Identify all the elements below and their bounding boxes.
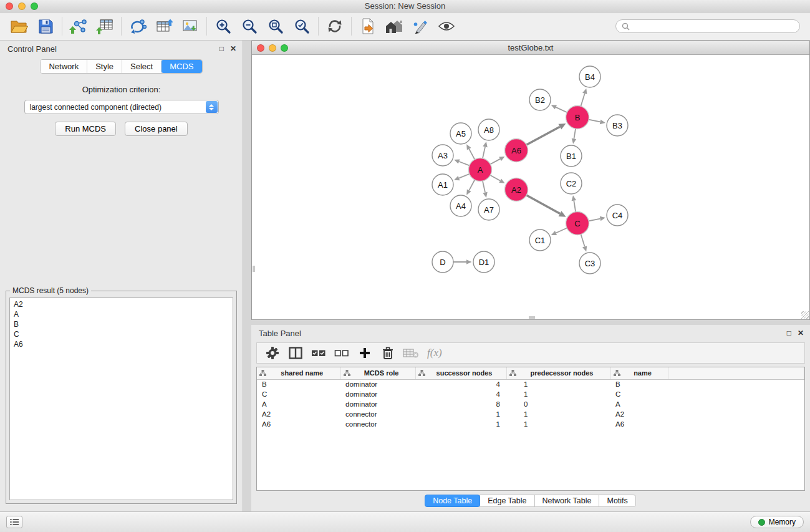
refresh-layout-button[interactable] (322, 15, 348, 37)
tab-style[interactable]: Style (87, 60, 122, 73)
zoom-network-window-button[interactable] (281, 44, 288, 52)
search-field[interactable] (615, 19, 800, 33)
tab-mcds[interactable]: MCDS (162, 60, 201, 73)
save-session-button[interactable] (32, 15, 59, 37)
import-network-button[interactable] (65, 15, 92, 37)
table-row[interactable]: Adominator 80 A (257, 399, 804, 409)
column-layout-button[interactable] (286, 344, 305, 362)
column-header-successor-nodes[interactable]: successor nodes (415, 367, 506, 379)
close-panel-icon[interactable]: ✕ (230, 44, 236, 53)
column-header-shared-name[interactable]: shared name (257, 367, 340, 379)
gear-icon (266, 346, 279, 360)
graph-node-A6[interactable]: A6 (505, 139, 528, 162)
deselect-all-rows-button[interactable] (332, 344, 351, 362)
delete-row-button[interactable] (378, 344, 397, 362)
svg-text:B: B (575, 113, 581, 122)
zoom-fit-button[interactable] (263, 15, 289, 37)
column-header-mcds-role[interactable]: MCDS role (340, 367, 415, 379)
close-window-button[interactable] (6, 2, 13, 10)
search-input[interactable] (634, 22, 794, 31)
home-button[interactable] (381, 15, 407, 37)
graph-node-C4[interactable]: C4 (607, 205, 628, 226)
float-panel-icon[interactable]: □ (219, 44, 224, 53)
column-header-name[interactable]: name (610, 367, 668, 379)
table-settings-button[interactable] (263, 344, 282, 362)
function-builder-button[interactable]: f(x) (425, 347, 442, 359)
graph-node-A1[interactable]: A1 (432, 174, 453, 195)
export-table-button[interactable] (151, 15, 177, 37)
graph-node-A8[interactable]: A8 (478, 119, 499, 140)
zoom-in-button[interactable] (210, 15, 236, 37)
minimize-network-window-button[interactable] (269, 44, 276, 52)
close-network-window-button[interactable] (257, 44, 264, 52)
graph-node-A[interactable]: A (469, 158, 492, 181)
tab-network[interactable]: Network (41, 60, 87, 73)
tab-node-table[interactable]: Node Table (425, 495, 480, 507)
table-row[interactable]: Bdominator 41 B (257, 379, 804, 389)
svg-text:A6: A6 (511, 146, 521, 155)
mcds-result-list[interactable]: A2 A B C A6 (9, 297, 233, 500)
mcds-result-item[interactable]: A2 (14, 299, 229, 309)
graph-node-C[interactable]: C (566, 212, 589, 235)
canvas-scroll-mark (529, 316, 535, 319)
memory-button[interactable]: Memory (750, 516, 804, 528)
zoom-window-button[interactable] (31, 2, 38, 10)
optimization-dropdown[interactable]: largest connected component (directed) (24, 100, 219, 114)
control-panel: Control Panel □ ✕ Network Style Select M… (0, 41, 243, 511)
select-all-rows-button[interactable] (309, 344, 328, 362)
graph-node-C1[interactable]: C1 (529, 230, 551, 251)
refresh-icon (327, 19, 343, 34)
tab-network-table[interactable]: Network Table (534, 495, 600, 507)
column-header-predecessor-nodes[interactable]: predecessor nodes (506, 367, 610, 379)
control-panel-tabs: Network Style Select MCDS (40, 59, 202, 74)
mcds-result-item[interactable]: B (14, 319, 229, 329)
graph-node-D1[interactable]: D1 (473, 251, 494, 273)
style-brush-button[interactable] (407, 15, 433, 37)
tab-edge-table[interactable]: Edge Table (480, 495, 534, 507)
export-image-button[interactable] (177, 15, 203, 37)
close-panel-button[interactable]: Close panel (125, 122, 188, 136)
tab-select[interactable]: Select (122, 60, 162, 73)
mcds-result-item[interactable]: A (14, 309, 229, 319)
graph-node-C3[interactable]: C3 (579, 253, 600, 274)
task-history-button[interactable] (6, 516, 22, 528)
eye-button[interactable] (433, 15, 460, 37)
import-table-button[interactable] (92, 15, 118, 37)
column-type-icon (614, 370, 620, 376)
tab-motifs[interactable]: Motifs (599, 495, 635, 507)
network-canvas[interactable]: B4B2BB3A5A8A6B1A3AC2A1A2A4A7C4CC1C3DD1 (252, 55, 809, 319)
graph-node-A4[interactable]: A4 (450, 195, 471, 216)
close-table-panel-icon[interactable]: ✕ (798, 329, 804, 337)
float-table-panel-icon[interactable]: □ (787, 329, 791, 337)
run-mcds-button[interactable]: Run MCDS (55, 122, 116, 136)
table-row[interactable]: A6connector 11 A6 (257, 419, 804, 429)
graph-node-B1[interactable]: B1 (561, 145, 582, 167)
svg-text:B1: B1 (566, 152, 576, 161)
graph-node-B[interactable]: B (566, 106, 589, 129)
document-arrow-button[interactable] (355, 15, 381, 37)
graph-node-A3[interactable]: A3 (432, 145, 453, 166)
delete-table-button[interactable] (402, 344, 420, 362)
table-row[interactable]: Cdominator 41 C (257, 389, 804, 399)
minimize-window-button[interactable] (18, 2, 26, 10)
graph-node-A2[interactable]: A2 (505, 178, 528, 201)
open-session-button[interactable] (6, 15, 32, 37)
graph-node-C2[interactable]: C2 (561, 173, 582, 194)
window-resize-handle[interactable] (801, 311, 809, 319)
mcds-result-item[interactable]: A6 (14, 339, 229, 349)
add-row-button[interactable] (355, 344, 374, 362)
network-graph[interactable]: B4B2BB3A5A8A6B1A3AC2A1A2A4A7C4CC1C3DD1 (252, 55, 809, 319)
zoom-out-button[interactable] (236, 15, 263, 37)
graph-node-D[interactable]: D (432, 251, 453, 273)
graph-node-B4[interactable]: B4 (579, 66, 600, 87)
zoom-selected-button[interactable] (289, 15, 315, 37)
network-window-titlebar[interactable]: testGlobe.txt (252, 41, 809, 55)
export-network-button[interactable] (125, 15, 151, 37)
table-row[interactable]: A2connector 11 A2 (257, 409, 804, 419)
graph-node-A7[interactable]: A7 (478, 199, 499, 220)
mcds-result-item[interactable]: C (14, 329, 229, 339)
graph-node-A5[interactable]: A5 (450, 123, 471, 144)
graph-node-B3[interactable]: B3 (607, 115, 628, 136)
graph-node-B2[interactable]: B2 (529, 89, 551, 110)
canvas-scroll-mark (253, 266, 255, 272)
